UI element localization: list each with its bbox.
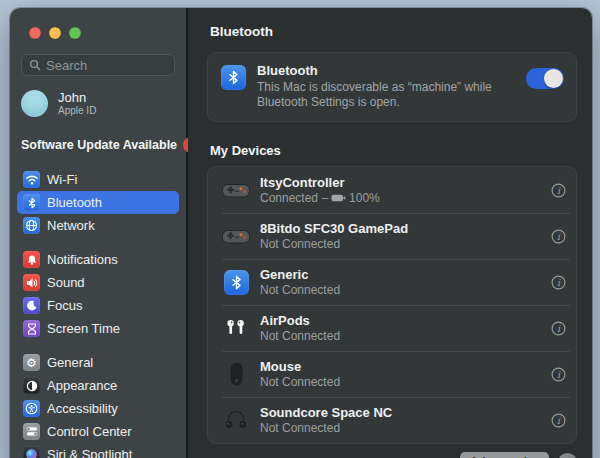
info-button[interactable] bbox=[551, 229, 566, 244]
bluetooth-toggle-card: Bluetooth This Mac is discoverable as “m… bbox=[207, 52, 577, 122]
window-controls bbox=[10, 8, 186, 39]
zoom-button[interactable] bbox=[69, 27, 81, 39]
search-input-wrap[interactable] bbox=[21, 54, 175, 76]
search-icon bbox=[29, 59, 41, 71]
moon-icon bbox=[23, 297, 40, 314]
sidebar-item-label: Wi-Fi bbox=[47, 172, 77, 187]
accessibility-icon bbox=[23, 400, 40, 417]
battery-icon bbox=[331, 194, 346, 202]
sidebar-item-label: Sound bbox=[47, 275, 85, 290]
hourglass-icon bbox=[23, 320, 40, 337]
gamepad-icon bbox=[220, 227, 252, 246]
info-button[interactable] bbox=[551, 413, 566, 428]
sidebar-item-notifications[interactable]: Notifications bbox=[17, 248, 179, 271]
pane-footer: Advanced… ? bbox=[207, 452, 577, 458]
sidebar-item-label: Notifications bbox=[47, 252, 118, 267]
headphones-icon bbox=[220, 410, 252, 430]
sidebar-item-software-update[interactable]: Software Update Available 1 bbox=[21, 137, 175, 153]
wifi-icon bbox=[23, 171, 40, 188]
bluetooth-card-label: Bluetooth bbox=[257, 63, 515, 78]
speaker-icon bbox=[23, 274, 40, 291]
help-button[interactable]: ? bbox=[558, 453, 577, 458]
toggles-icon bbox=[23, 423, 40, 440]
sidebar-item-accessibility[interactable]: Accessibility bbox=[17, 397, 179, 420]
bluetooth-icon bbox=[221, 65, 246, 90]
sidebar-item-bluetooth[interactable]: Bluetooth bbox=[17, 191, 179, 214]
device-row-generic[interactable]: Generic Not Connected bbox=[208, 259, 576, 305]
sidebar-item-network[interactable]: Network bbox=[17, 214, 179, 237]
sidebar-item-siri-spotlight[interactable]: Siri & Spotlight bbox=[17, 443, 179, 458]
info-button[interactable] bbox=[551, 183, 566, 198]
bluetooth-pane: Bluetooth Bluetooth This Mac is discover… bbox=[188, 8, 592, 458]
software-update-label: Software Update Available bbox=[21, 138, 177, 152]
device-status: Connected – bbox=[260, 191, 328, 206]
device-row-mouse[interactable]: Mouse Not Connected bbox=[208, 351, 576, 397]
info-button[interactable] bbox=[551, 321, 566, 336]
close-button[interactable] bbox=[29, 27, 41, 39]
device-row-8bitdo[interactable]: 8Bitdo SFC30 GamePad Not Connected bbox=[208, 213, 576, 259]
sidebar-item-label: Siri & Spotlight bbox=[47, 447, 132, 458]
gear-icon: ⚙︎ bbox=[23, 354, 40, 371]
device-status: Not Connected bbox=[260, 421, 340, 436]
battery-percent: 100% bbox=[349, 191, 380, 206]
bluetooth-toggle[interactable] bbox=[526, 68, 564, 89]
devices-list: ItsyController Connected – 100% bbox=[207, 166, 577, 444]
sidebar-item-sound[interactable]: Sound bbox=[17, 271, 179, 294]
avatar bbox=[21, 90, 48, 117]
info-button[interactable] bbox=[551, 367, 566, 382]
appearance-icon bbox=[23, 377, 40, 394]
device-row-itsycontroller[interactable]: ItsyController Connected – 100% bbox=[208, 167, 576, 213]
sidebar-nav: Wi-Fi Bluetooth Network bbox=[10, 168, 186, 458]
device-status: Not Connected bbox=[260, 237, 340, 252]
sidebar-item-label: Screen Time bbox=[47, 321, 120, 336]
minimize-button[interactable] bbox=[49, 27, 61, 39]
bell-icon bbox=[23, 251, 40, 268]
airpods-icon bbox=[220, 319, 252, 337]
bluetooth-icon bbox=[23, 194, 40, 211]
device-row-airpods[interactable]: AirPods Not Connected bbox=[208, 305, 576, 351]
device-status: Not Connected bbox=[260, 283, 340, 298]
profile-subtitle: Apple ID bbox=[58, 105, 96, 117]
sidebar-item-label: General bbox=[47, 355, 93, 370]
sidebar-item-control-center[interactable]: Control Center bbox=[17, 420, 179, 443]
sidebar-item-screen-time[interactable]: Screen Time bbox=[17, 317, 179, 340]
globe-icon bbox=[23, 217, 40, 234]
sidebar-item-label: Appearance bbox=[47, 378, 117, 393]
sidebar-item-appearance[interactable]: Appearance bbox=[17, 374, 179, 397]
advanced-button[interactable]: Advanced… bbox=[460, 452, 549, 458]
siri-icon bbox=[23, 446, 40, 458]
profile-name: John bbox=[58, 90, 96, 105]
device-row-soundcore[interactable]: Soundcore Space NC Not Connected bbox=[208, 397, 576, 443]
sidebar-item-label: Network bbox=[47, 218, 95, 233]
sidebar-item-focus[interactable]: Focus bbox=[17, 294, 179, 317]
device-name: AirPods bbox=[260, 313, 340, 329]
sidebar-item-label: Control Center bbox=[47, 424, 132, 439]
device-status: Not Connected bbox=[260, 329, 340, 344]
mouse-icon bbox=[220, 361, 252, 387]
device-name: ItsyController bbox=[260, 175, 380, 191]
my-devices-header: My Devices bbox=[210, 143, 577, 158]
search-input[interactable] bbox=[46, 58, 167, 73]
sidebar-item-general[interactable]: ⚙︎ General bbox=[17, 351, 179, 374]
sidebar: John Apple ID Software Update Available … bbox=[10, 8, 188, 458]
info-button[interactable] bbox=[551, 275, 566, 290]
device-name: Generic bbox=[260, 267, 340, 283]
sidebar-item-label: Accessibility bbox=[47, 401, 118, 416]
device-name: 8Bitdo SFC30 GamePad bbox=[260, 221, 408, 237]
device-name: Soundcore Space NC bbox=[260, 405, 392, 421]
device-name: Mouse bbox=[260, 359, 340, 375]
sidebar-item-wifi[interactable]: Wi-Fi bbox=[17, 168, 179, 191]
sidebar-item-label: Focus bbox=[47, 298, 82, 313]
bluetooth-icon bbox=[220, 270, 252, 295]
bluetooth-card-description: This Mac is discoverable as “machine” wh… bbox=[257, 80, 515, 110]
sidebar-item-label: Bluetooth bbox=[47, 195, 102, 210]
page-title: Bluetooth bbox=[210, 24, 577, 39]
gamepad-icon bbox=[220, 181, 252, 200]
device-status: Not Connected bbox=[260, 375, 340, 390]
sidebar-item-apple-id[interactable]: John Apple ID bbox=[21, 90, 175, 117]
toggle-knob bbox=[544, 69, 563, 88]
settings-window: John Apple ID Software Update Available … bbox=[10, 8, 592, 458]
